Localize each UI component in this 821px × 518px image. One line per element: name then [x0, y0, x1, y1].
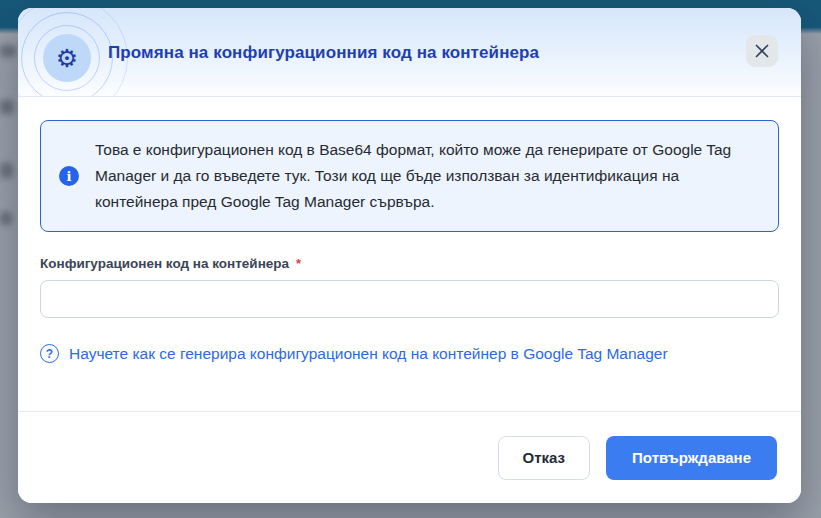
info-callout: i Това е конфигурационен код в Base64 фо… — [40, 120, 779, 232]
close-button[interactable] — [746, 35, 778, 67]
dialog-footer: Отказ Потвърждаване — [18, 411, 801, 503]
config-code-input[interactable] — [40, 280, 779, 318]
change-config-code-dialog: ⚙ Промяна на конфигурационния код на кон… — [18, 8, 801, 503]
cancel-button[interactable]: Отказ — [498, 436, 591, 480]
background-artifact — [0, 212, 12, 225]
required-asterisk: * — [296, 256, 301, 271]
background-artifact — [0, 100, 14, 114]
info-icon: i — [59, 166, 79, 186]
dialog-header: ⚙ Промяна на конфигурационния код на кон… — [18, 8, 801, 97]
background-artifact — [0, 45, 16, 57]
question-mark-icon: ? — [40, 344, 59, 363]
config-code-label: Конфигурационен код на контейнера — [40, 256, 289, 271]
field-label-row: Конфигурационен код на контейнера * — [40, 256, 779, 271]
help-link-row[interactable]: ? Научете как се генерира конфигурационе… — [40, 344, 779, 363]
gear-icon-badge: ⚙ — [43, 34, 91, 82]
gtm-help-link[interactable]: Научете как се генерира конфигурационен … — [69, 345, 668, 363]
info-callout-text: Това е конфигурационен код в Base64 форм… — [95, 137, 745, 215]
close-icon — [754, 43, 770, 59]
background-artifact — [0, 163, 13, 178]
dialog-body: i Това е конфигурационен код в Base64 фо… — [18, 97, 801, 363]
confirm-button[interactable]: Потвърждаване — [606, 436, 777, 480]
gear-icon: ⚙ — [56, 46, 78, 71]
dialog-title: Промяна на конфигурационния код на конте… — [108, 8, 539, 97]
